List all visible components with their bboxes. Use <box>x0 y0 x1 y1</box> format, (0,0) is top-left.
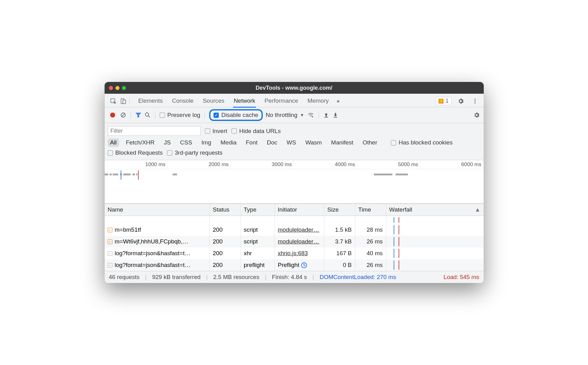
filter-input[interactable] <box>108 126 201 136</box>
request-time: 28 ms <box>355 224 386 236</box>
timeline-tick: 6000 ms <box>420 160 483 169</box>
filter-type-css[interactable]: CSS <box>178 138 195 147</box>
request-status: 200 <box>210 224 241 236</box>
hide-data-urls-checkbox[interactable]: Hide data URLs <box>231 128 281 135</box>
timeline-tick: 3000 ms <box>231 160 294 169</box>
fullscreen-window-button[interactable] <box>122 86 126 90</box>
request-status: 200 <box>210 259 241 271</box>
minimize-window-button[interactable] <box>115 86 119 90</box>
timeline-tick: 4000 ms <box>294 160 357 169</box>
blocked-requests-checkbox[interactable]: Blocked Requests <box>108 149 163 156</box>
request-type: xhr <box>241 247 275 259</box>
col-size[interactable]: Size <box>324 204 355 216</box>
window-controls <box>109 86 126 90</box>
request-name: m=bm51tf <box>115 226 141 233</box>
network-conditions-icon[interactable] <box>307 112 314 118</box>
clear-icon[interactable] <box>120 112 126 118</box>
col-time[interactable]: Time <box>355 204 386 216</box>
filter-type-other[interactable]: Other <box>360 138 380 147</box>
file-icon: ‹› <box>108 263 112 268</box>
col-status[interactable]: Status <box>210 204 241 216</box>
record-button[interactable] <box>110 113 115 118</box>
separator <box>131 112 131 118</box>
has-blocked-cookies-label: Has blocked cookies <box>399 139 452 146</box>
tab-sources[interactable]: Sources <box>202 95 225 107</box>
close-window-button[interactable] <box>109 86 113 90</box>
requests-table: Name Status Type Initiator Size Time Wat… <box>105 204 484 271</box>
disable-cache-checkbox[interactable]: ✓Disable cache <box>214 112 258 118</box>
table-row[interactable]: ‹›m=Wt6vjf,hhhU8,FCpbqb,…200scriptmodule… <box>105 236 484 247</box>
table-row[interactable]: ‹›log?format=json&hasfast=t…200xhrxhrio.… <box>105 247 484 259</box>
svg-rect-12 <box>334 117 337 118</box>
filter-icon[interactable] <box>135 112 141 118</box>
timeline-tick: 5000 ms <box>357 160 420 169</box>
titlebar: DevTools - www.google.com/ <box>105 82 484 94</box>
request-initiator[interactable]: xhrio.js:683 <box>275 247 324 259</box>
filter-type-ws[interactable]: WS <box>284 138 299 147</box>
tab-network[interactable]: Network <box>233 95 256 108</box>
file-icon: ‹› <box>108 228 112 232</box>
table-row[interactable]: ‹›log?format=json&hasfast=t…200preflight… <box>105 259 484 271</box>
issues-count: 1 <box>445 98 448 104</box>
request-type: script <box>241 224 275 236</box>
svg-point-8 <box>145 113 149 116</box>
col-name[interactable]: Name <box>105 204 210 216</box>
filter-type-media[interactable]: Media <box>218 138 239 147</box>
sort-caret-icon: ▲ <box>475 206 481 213</box>
search-icon[interactable] <box>145 112 151 118</box>
preflight-icon: ⇅ <box>301 262 307 268</box>
main-tabs: ElementsConsoleSourcesNetworkPerformance… <box>138 95 330 107</box>
filter-type-font[interactable]: Font <box>243 138 260 147</box>
request-initiator[interactable]: moduleloader… <box>275 236 324 247</box>
filter-type-manifest[interactable]: Manifest <box>329 138 356 147</box>
preserve-log-label: Preserve log <box>167 112 201 118</box>
panel-settings-icon[interactable] <box>473 112 480 118</box>
request-name: log?format=json&hasfast=t… <box>115 262 191 268</box>
request-size: 3.7 kB <box>324 236 355 247</box>
svg-rect-11 <box>324 117 328 118</box>
device-toggle-icon[interactable] <box>118 96 128 106</box>
inspect-icon[interactable] <box>108 96 118 106</box>
request-status: 200 <box>210 247 241 259</box>
file-icon: ‹› <box>108 251 112 256</box>
col-waterfall[interactable]: Waterfall ▲ <box>386 204 484 216</box>
timeline-tick: 2000 ms <box>168 160 231 169</box>
svg-point-3 <box>474 99 476 100</box>
filter-type-wasm[interactable]: Wasm <box>303 138 324 147</box>
filter-type-all[interactable]: All <box>108 138 119 147</box>
col-type[interactable]: Type <box>241 204 275 216</box>
invert-checkbox[interactable]: Invert <box>205 128 227 135</box>
invert-label: Invert <box>213 128 227 135</box>
tab-performance[interactable]: Performance <box>264 95 299 107</box>
tabs-overflow[interactable]: » <box>336 96 340 106</box>
issues-badge[interactable]: ! 1 <box>436 97 451 105</box>
settings-icon[interactable] <box>456 96 466 106</box>
tab-console[interactable]: Console <box>171 95 194 107</box>
table-row[interactable]: ‹›m=bm51tf200scriptmoduleloader…1.5 kB28… <box>105 224 484 236</box>
request-initiator[interactable]: moduleloader… <box>275 224 324 236</box>
filter-type-doc[interactable]: Doc <box>264 138 280 147</box>
third-party-checkbox[interactable]: 3rd-party requests <box>167 149 223 156</box>
preserve-log-checkbox[interactable]: Preserve log <box>160 112 201 118</box>
upload-har-icon[interactable] <box>323 112 329 118</box>
request-status: 200 <box>210 236 241 247</box>
filter-type-fetch-xhr[interactable]: Fetch/XHR <box>123 138 157 147</box>
filter-type-img[interactable]: Img <box>199 138 214 147</box>
warning-icon: ! <box>439 99 443 104</box>
window-title: DevTools - www.google.com/ <box>105 85 484 91</box>
download-har-icon[interactable] <box>332 112 339 118</box>
request-type: script <box>241 236 275 247</box>
svg-point-4 <box>474 101 476 102</box>
tab-elements[interactable]: Elements <box>138 95 163 107</box>
filter-type-js[interactable]: JS <box>162 138 173 147</box>
col-initiator[interactable]: Initiator <box>275 204 324 216</box>
has-blocked-cookies-checkbox[interactable]: Has blocked cookies <box>391 139 452 146</box>
separator <box>129 98 130 105</box>
tab-memory[interactable]: Memory <box>307 95 330 107</box>
waterfall-label: Waterfall <box>389 206 412 213</box>
timeline-overview[interactable]: 1000 ms2000 ms3000 ms4000 ms5000 ms6000 … <box>105 160 484 204</box>
svg-point-10 <box>312 116 313 117</box>
throttling-dropdown[interactable]: No throttling ▼ <box>266 112 304 118</box>
more-icon[interactable] <box>470 96 480 106</box>
request-waterfall <box>386 259 484 271</box>
